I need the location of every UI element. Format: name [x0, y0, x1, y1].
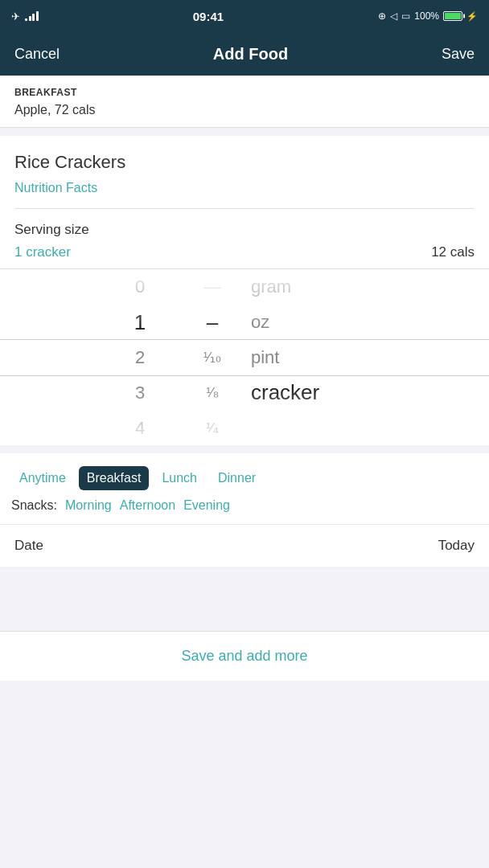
picker-unit-pint[interactable]: pint	[244, 340, 279, 375]
location-icon: ⊕	[378, 10, 386, 22]
picker-fraction-tenth[interactable]: ¹⁄₁₀	[203, 340, 222, 375]
breakfast-section: BREAKFAST Apple, 72 cals	[0, 76, 489, 128]
picker-quantity-0[interactable]: 0	[135, 269, 145, 305]
picker-wrapper: 0 1 2 3 4 — – ¹⁄₁₀ ¹⁄₈ ¹⁄₄ gram oz pint …	[0, 269, 489, 446]
battery-icon	[443, 11, 462, 21]
nutrition-facts-link[interactable]: Nutrition Facts	[14, 181, 475, 195]
picker-fraction-quarter[interactable]: ¹⁄₄	[206, 411, 219, 446]
bottom-spacer	[0, 567, 489, 631]
meal-tab-anytime[interactable]: Anytime	[11, 466, 74, 490]
screen-icon: ▭	[401, 10, 410, 22]
navigation-icon: ◁	[390, 10, 397, 22]
picker-unit-cracker[interactable]: cracker	[244, 375, 319, 411]
meal-tab-dinner[interactable]: Dinner	[210, 466, 264, 490]
picker-quantity-2[interactable]: 2	[135, 340, 145, 375]
nav-bar: Cancel Add Food Save	[0, 32, 489, 76]
picker-unit-oz[interactable]: oz	[244, 305, 269, 340]
signal-icon	[25, 11, 39, 21]
snack-morning[interactable]: Morning	[65, 498, 112, 513]
meal-tab-breakfast[interactable]: Breakfast	[79, 466, 150, 490]
snack-evening[interactable]: Evening	[183, 498, 230, 513]
picker-unit-gram[interactable]: gram	[244, 269, 291, 305]
picker-fraction-empty[interactable]: —	[203, 269, 221, 305]
charge-icon: ⚡	[466, 11, 478, 22]
section-divider	[0, 128, 489, 136]
date-section[interactable]: Date Today	[0, 524, 489, 567]
battery-fill	[445, 13, 461, 19]
breakfast-existing-item[interactable]: Apple, 72 cals	[14, 103, 475, 117]
food-detail: Rice Crackers Nutrition Facts Serving si…	[0, 136, 489, 268]
save-button[interactable]: Save	[442, 46, 475, 63]
airplane-icon: ✈	[11, 10, 20, 23]
serving-row: 1 cracker 12 cals	[14, 244, 475, 260]
meal-tabs: Anytime Breakfast Lunch Dinner	[11, 466, 478, 490]
status-left: ✈	[11, 10, 39, 23]
status-right: ⊕ ◁ ▭ 100% ⚡	[378, 10, 478, 22]
picker-quantity-column[interactable]: 0 1 2 3 4	[100, 269, 180, 446]
meal-section: Anytime Breakfast Lunch Dinner Snacks: M…	[0, 445, 489, 524]
food-divider	[14, 208, 475, 209]
snacks-label: Snacks:	[11, 498, 57, 513]
serving-unit[interactable]: 1 cracker	[14, 244, 71, 260]
save-more-section: Save and add more	[0, 631, 489, 681]
status-bar: ✈ 09:41 ⊕ ◁ ▭ 100% ⚡	[0, 0, 489, 32]
save-and-add-more-button[interactable]: Save and add more	[181, 648, 307, 665]
picker-quantity-4[interactable]: 4	[135, 411, 145, 446]
quantity-picker[interactable]: 0 1 2 3 4 — – ¹⁄₁₀ ¹⁄₈ ¹⁄₄ gram oz pint …	[0, 268, 489, 445]
picker-unit-empty: —	[244, 411, 269, 446]
date-value: Today	[438, 538, 475, 554]
cancel-button[interactable]: Cancel	[14, 46, 60, 63]
meal-tab-lunch[interactable]: Lunch	[154, 466, 205, 490]
serving-size-label: Serving size	[14, 222, 475, 238]
picker-fraction-column[interactable]: — – ¹⁄₁₀ ¹⁄₈ ¹⁄₄	[180, 269, 244, 446]
picker-quantity-3[interactable]: 3	[135, 375, 145, 411]
status-time: 09:41	[193, 10, 224, 23]
snack-row: Snacks: Morning Afternoon Evening	[11, 498, 478, 513]
food-name: Rice Crackers	[14, 152, 475, 173]
picker-fraction-eighth[interactable]: ¹⁄₈	[206, 375, 219, 411]
battery-percent: 100%	[414, 10, 439, 22]
breakfast-label: BREAKFAST	[14, 87, 475, 98]
picker-quantity-1[interactable]: 1	[134, 305, 146, 340]
picker-fraction-selected[interactable]: –	[207, 305, 218, 340]
serving-cals: 12 cals	[431, 244, 475, 260]
date-label: Date	[14, 538, 43, 554]
snack-afternoon[interactable]: Afternoon	[120, 498, 175, 513]
picker-unit-column[interactable]: gram oz pint cracker —	[244, 269, 389, 446]
page-title: Add Food	[213, 45, 288, 63]
